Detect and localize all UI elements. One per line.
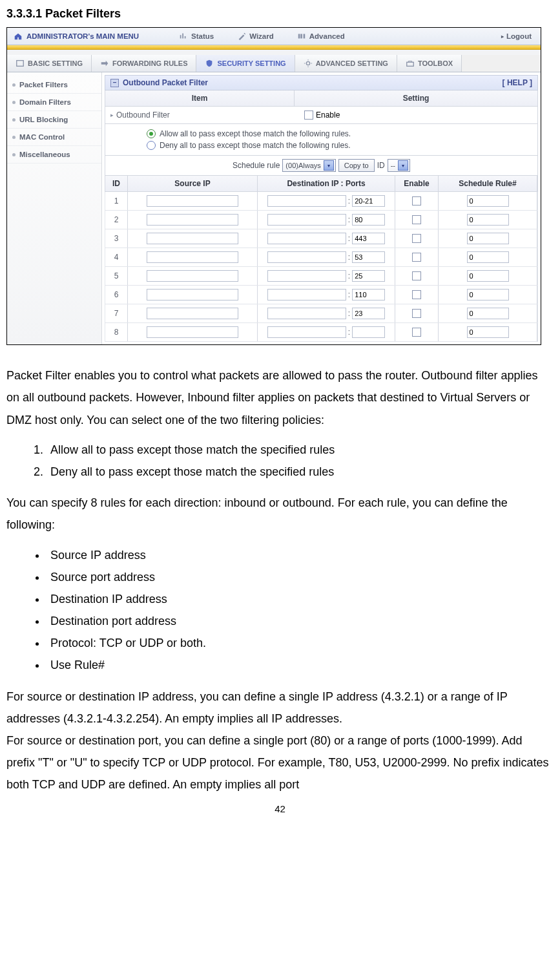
section-heading: 3.3.3.1 Packet Filters: [6, 3, 554, 25]
sidebar-label: Miscellaneous: [19, 151, 70, 158]
list-item: Protocol: TCP or UDP or both.: [47, 632, 554, 654]
tab-toolbox[interactable]: TOOLBOX: [397, 55, 462, 72]
dest-ip-input[interactable]: [267, 195, 346, 207]
id-select[interactable]: -- ▾: [388, 159, 410, 172]
menu-wizard[interactable]: Wizard: [225, 32, 285, 41]
schedule-rule-input[interactable]: 0: [467, 195, 509, 207]
dest-ip-input[interactable]: [267, 214, 346, 226]
sidebar-item-packet-filters[interactable]: Packet Filters: [7, 76, 101, 94]
menu-advanced[interactable]: Advanced: [285, 32, 357, 41]
svg-point-4: [306, 62, 309, 65]
policy-radio-group: Allow all to pass except those match the…: [105, 124, 538, 156]
schedule-rule-input[interactable]: 0: [467, 270, 509, 282]
home-icon: [14, 32, 23, 41]
sidebar-item-miscellaneous[interactable]: Miscellaneous: [7, 146, 101, 163]
svg-rect-3: [17, 61, 24, 67]
schedule-rule-input[interactable]: 0: [467, 308, 509, 319]
schedule-rule-input[interactable]: 0: [467, 214, 509, 226]
forwarding-icon: [100, 59, 109, 68]
schedule-rule-input[interactable]: 0: [467, 251, 509, 263]
tab-advanced-setting-label: ADVANCED SETTING: [316, 59, 388, 67]
admin-title-text: ADMINISTRATOR's MAIN MENU: [26, 32, 139, 40]
cell-schedule: 0: [439, 323, 537, 341]
source-ip-input[interactable]: [147, 326, 238, 338]
source-ip-input[interactable]: [147, 214, 238, 226]
page-number: 42: [6, 796, 554, 825]
cell-source-ip: [128, 286, 258, 304]
col-dest-ip-ports: Destination IP : Ports: [258, 176, 395, 191]
schedule-rule-input[interactable]: 0: [467, 326, 509, 338]
tab-forwarding-label: FORWARDING RULES: [112, 59, 188, 67]
outbound-filter-row: ▸Outbound Filter Enable: [105, 107, 538, 124]
dest-ip-input[interactable]: [267, 308, 346, 319]
tab-basic-label: BASIC SETTING: [28, 59, 83, 67]
cell-id: 3: [105, 229, 128, 248]
tab-advanced-setting[interactable]: ADVANCED SETTING: [295, 55, 397, 72]
panel-title: Outbound Packet Filter: [123, 78, 208, 87]
help-link[interactable]: [ HELP ]: [503, 78, 532, 87]
cell-dest: :443: [258, 229, 395, 248]
enable-rule-checkbox[interactable]: [412, 271, 421, 280]
admin-title: ADMINISTRATOR's MAIN MENU: [7, 32, 167, 41]
tab-basic-setting[interactable]: BASIC SETTING: [7, 55, 92, 72]
sidebar-item-domain-filters[interactable]: Domain Filters: [7, 94, 101, 111]
source-ip-input[interactable]: [147, 233, 238, 244]
collapse-icon[interactable]: –: [110, 79, 119, 87]
menu-logout[interactable]: ▸ Logout: [501, 32, 541, 40]
sidebar-label: URL Blocking: [19, 116, 68, 123]
port-input[interactable]: 25: [352, 270, 385, 282]
id-select-value: --: [391, 162, 395, 169]
schedule-rule-input[interactable]: 0: [467, 233, 509, 244]
tab-security-setting[interactable]: SECURITY SETTING: [196, 55, 295, 72]
schedule-select[interactable]: (00)Always ▾: [282, 159, 335, 172]
schedule-rule-input[interactable]: 0: [467, 289, 509, 300]
menu-status[interactable]: Status: [167, 32, 225, 41]
schedule-row: Schedule rule (00)Always ▾ Copy to ID --…: [105, 156, 538, 176]
dest-ip-input[interactable]: [267, 251, 346, 263]
enable-rule-checkbox[interactable]: [412, 253, 421, 262]
port-input[interactable]: 443: [352, 233, 385, 244]
source-ip-input[interactable]: [147, 308, 238, 319]
col-source-ip: Source IP: [128, 176, 258, 191]
enable-rule-checkbox[interactable]: [412, 290, 421, 299]
sidebar-label: Packet Filters: [19, 81, 68, 89]
rules-table-header: ID Source IP Destination IP : Ports Enab…: [105, 176, 538, 192]
sidebar-item-url-blocking[interactable]: URL Blocking: [7, 111, 101, 129]
svg-rect-2: [185, 36, 186, 39]
source-ip-input[interactable]: [147, 289, 238, 300]
port-input[interactable]: 80: [352, 214, 385, 226]
list-item: Source IP address: [47, 544, 554, 566]
table-row: 6:1100: [105, 286, 538, 304]
header-setting: Setting: [295, 90, 537, 106]
radio-allow-label: Allow all to pass except those match the…: [160, 129, 351, 138]
copy-to-button[interactable]: Copy to: [338, 159, 375, 172]
cell-dest: :20-21: [258, 192, 395, 210]
dest-ip-input[interactable]: [267, 270, 346, 282]
radio-allow[interactable]: [147, 129, 156, 138]
enable-rule-checkbox[interactable]: [412, 215, 421, 224]
port-input[interactable]: [352, 326, 385, 338]
enable-rule-checkbox[interactable]: [412, 328, 421, 337]
source-ip-input[interactable]: [147, 251, 238, 263]
dest-ip-input[interactable]: [267, 326, 346, 338]
source-ip-input[interactable]: [147, 195, 238, 207]
dest-ip-input[interactable]: [267, 233, 346, 244]
cell-id: 5: [105, 267, 128, 285]
radio-deny[interactable]: [147, 141, 156, 150]
cell-source-ip: [128, 192, 258, 210]
enable-rule-checkbox[interactable]: [412, 234, 421, 243]
tab-forwarding-rules[interactable]: FORWARDING RULES: [92, 55, 197, 72]
dest-ip-input[interactable]: [267, 289, 346, 300]
enable-checkbox[interactable]: [304, 111, 313, 120]
enable-rule-checkbox[interactable]: [412, 196, 421, 206]
port-input[interactable]: 53: [352, 251, 385, 263]
source-ip-input[interactable]: [147, 270, 238, 282]
paragraph-rules: You can specify 8 rules for each directi…: [6, 492, 554, 536]
enable-rule-checkbox[interactable]: [412, 309, 421, 318]
cell-enable: [395, 267, 439, 285]
sidebar-item-mac-control[interactable]: MAC Control: [7, 129, 101, 146]
port-input[interactable]: 110: [352, 289, 385, 300]
svg-rect-1: [182, 34, 183, 39]
port-input[interactable]: 20-21: [352, 195, 385, 207]
port-input[interactable]: 23: [352, 308, 385, 319]
